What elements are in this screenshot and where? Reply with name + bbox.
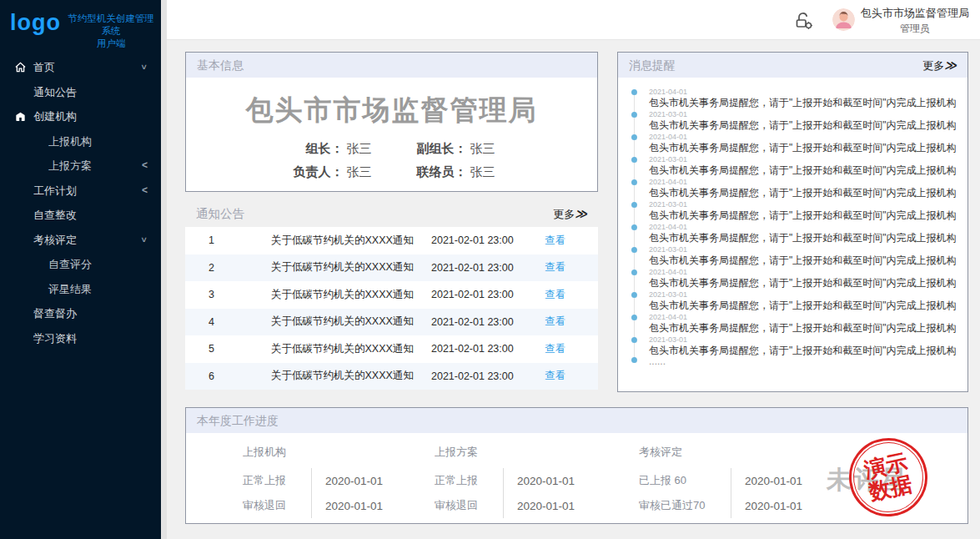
top-header: 包头市市场监督管理局 管理员	[167, 0, 980, 40]
notice-view-link[interactable]: 查看	[545, 260, 565, 275]
sidebar-item-report-org[interactable]: 上报机构	[0, 129, 161, 154]
timeline-text: 包头市机关事务局提醒您，请于"上报开始和截至时间"内完成上报机构	[649, 254, 957, 267]
sidebar-item-label: 首页	[33, 61, 55, 73]
progress-row-value: 2020-01-01	[745, 475, 802, 487]
progress-column-heading: 上报方案	[435, 445, 639, 460]
notice-time: 2021-02-01 23:00	[431, 262, 545, 274]
timeline-date: 2021-03-01	[649, 335, 957, 344]
timeline-text: 包头市机关事务局提醒您，请于"上报开始和截至时间"内完成上报机构	[649, 209, 957, 222]
notices-card: 通知公告 更多≫ 1关于低碳节约机关的XXXX通知2021-02-01 23:0…	[185, 200, 598, 390]
notice-row: 2关于低碳节约机关的XXXX通知2021-02-01 23:00查看	[185, 254, 598, 282]
sidebar-item-label: 考核评定	[33, 234, 77, 246]
notice-view-link[interactable]: 查看	[545, 288, 565, 302]
info-field-label: 联络员：	[412, 164, 467, 180]
messages-card: 消息提醒 更多≫ 2021-04-01包头市机关事务局提醒您，请于"上报开始和截…	[617, 52, 968, 392]
timeline-dot-icon	[631, 202, 637, 208]
notices-header: 通知公告 更多≫	[185, 200, 598, 227]
progress-row: 审核退回2020-01-01	[435, 493, 639, 518]
info-field-label: 负责人：	[289, 164, 344, 180]
timeline-text: 包头市机关事务局提醒您，请于"上报开始和截至时间"内完成上报机构	[649, 142, 957, 154]
sidebar-item-star-result[interactable]: 评星结果	[0, 277, 161, 302]
info-field-label: 副组长：	[412, 141, 467, 157]
main-area: 包头市市场监督管理局 管理员 基本信息 包头市市场监督管理局 组长：张三副组长：…	[167, 0, 980, 539]
timeline-text: ......	[649, 355, 957, 368]
info-field-value: 张三	[347, 164, 372, 180]
timeline-dot-icon	[631, 337, 637, 343]
logo: logo	[10, 10, 61, 35]
notice-row: 1关于低碳节约机关的XXXX通知2021-02-01 23:00查看	[185, 227, 598, 254]
brand: logo 节约型机关创建管理系统 用户端	[0, 0, 161, 48]
sidebar-item-home[interactable]: 首页∨	[0, 55, 161, 80]
home-icon	[14, 61, 27, 73]
progress-row-label: 正常上报	[435, 473, 498, 488]
timeline-dot-icon	[631, 315, 637, 320]
notice-title: 关于低碳节约机关的XXXX通知	[271, 342, 431, 356]
timeline-text: 包头市机关事务局提醒您，请于"上报开始和截至时间"内完成上报机构	[649, 277, 957, 290]
messages-more-link[interactable]: 更多≫	[922, 53, 957, 78]
notice-title: 关于低碳节约机关的XXXX通知	[271, 315, 431, 329]
notice-title: 关于低碳节约机关的XXXX通知	[271, 369, 431, 383]
double-arrow-icon: ≫	[944, 58, 957, 72]
notice-view-link[interactable]: 查看	[545, 234, 565, 248]
unlock-settings-icon[interactable]	[792, 9, 814, 31]
sidebar-item-create-org[interactable]: 创建机构	[0, 104, 161, 129]
timeline-item: 2021-04-01包头市机关事务局提醒您，请于"上报开始和截至时间"内完成上报…	[631, 178, 957, 200]
double-arrow-icon: ≫	[575, 207, 587, 220]
timeline-date: 2021-03-01	[649, 245, 957, 254]
info-field: 组长：张三	[289, 141, 372, 157]
sidebar-item-work-plan[interactable]: 工作计划<	[0, 179, 161, 204]
user-menu[interactable]: 包头市市场监督管理局 管理员	[832, 5, 969, 35]
info-field: 负责人：张三	[289, 164, 372, 180]
sidebar-item-label: 上报机构	[48, 135, 92, 148]
info-field-value: 张三	[347, 141, 372, 157]
content: 基本信息 包头市市场监督管理局 组长：张三副组长：张三负责人：张三联络员：张三 …	[167, 40, 980, 539]
timeline-dot-icon	[631, 157, 637, 163]
timeline-date: 2021-03-01	[649, 155, 957, 164]
timeline-dot-icon	[631, 247, 637, 253]
system-title: 节约型机关创建管理系统 用户端	[68, 10, 154, 50]
timeline-date: 2021-04-01	[649, 88, 957, 96]
timeline-dot-icon	[631, 89, 637, 95]
progress-title: 本年度工作进度	[197, 408, 279, 433]
timeline-dot-icon	[631, 292, 637, 298]
notice-time: 2021-02-01 23:00	[431, 370, 545, 382]
sidebar-item-assessment[interactable]: 考核评定∨	[0, 228, 161, 253]
messages-header: 消息提醒 更多≫	[618, 53, 967, 78]
building-icon	[14, 110, 27, 123]
timeline-date: 2021-03-01	[649, 110, 957, 118]
progress-row: 正常上报2020-01-01	[243, 468, 435, 493]
notice-title: 关于低碳节约机关的XXXX通知	[271, 260, 431, 275]
notice-view-link[interactable]: 查看	[545, 315, 565, 329]
notice-row: 3关于低碳节约机关的XXXX通知2021-02-01 23:00查看	[185, 281, 598, 309]
progress-row: 审核退回2020-01-01	[243, 493, 435, 518]
notice-index: 2	[209, 262, 271, 274]
timeline-item: 2021-03-01包头市机关事务局提醒您，请于"上报开始和截至时间"内完成上报…	[631, 155, 957, 178]
notice-view-link[interactable]: 查看	[545, 369, 565, 383]
sidebar-item-label: 评星结果	[48, 283, 92, 295]
basic-info-body: 包头市市场监督管理局 组长：张三副组长：张三负责人：张三联络员：张三	[186, 92, 597, 180]
sidebar-item-supervision[interactable]: 督查督办	[0, 301, 161, 326]
notices-more-link[interactable]: 更多≫	[553, 200, 587, 227]
info-field-value: 张三	[470, 164, 495, 180]
chevron-left-icon: <	[142, 154, 148, 179]
notice-view-link[interactable]: 查看	[545, 342, 565, 356]
timeline-date: 2021-04-01	[649, 133, 957, 141]
progress-row-value: 2020-01-01	[325, 475, 383, 487]
progress-row-divider	[731, 493, 731, 518]
progress-column-heading: 考核评定	[639, 445, 889, 460]
sidebar-item-report-plan[interactable]: 上报方案<	[0, 154, 161, 179]
notice-index: 3	[209, 289, 271, 300]
timeline-text: 包头市机关事务局提醒您，请于"上报开始和截至时间"内完成上报机构	[649, 187, 957, 199]
timeline-dot-icon	[631, 224, 637, 230]
progress-row-divider	[503, 468, 504, 493]
sidebar-item-study-material[interactable]: 学习资料	[0, 326, 161, 351]
sidebar-item-self-check[interactable]: 自查整改	[0, 203, 161, 228]
messages-timeline: 2021-04-01包头市机关事务局提醒您，请于"上报开始和截至时间"内完成上报…	[631, 88, 957, 370]
sidebar-scrollbar[interactable]	[161, 0, 167, 539]
org-name: 包头市市场监督管理局	[186, 92, 597, 129]
sidebar-item-self-score[interactable]: 自查评分	[0, 252, 161, 277]
timeline-dot-icon	[631, 112, 637, 118]
sidebar-item-notice[interactable]: 通知公告	[0, 80, 161, 105]
basic-info-title: 基本信息	[197, 53, 244, 78]
avatar	[832, 8, 855, 31]
